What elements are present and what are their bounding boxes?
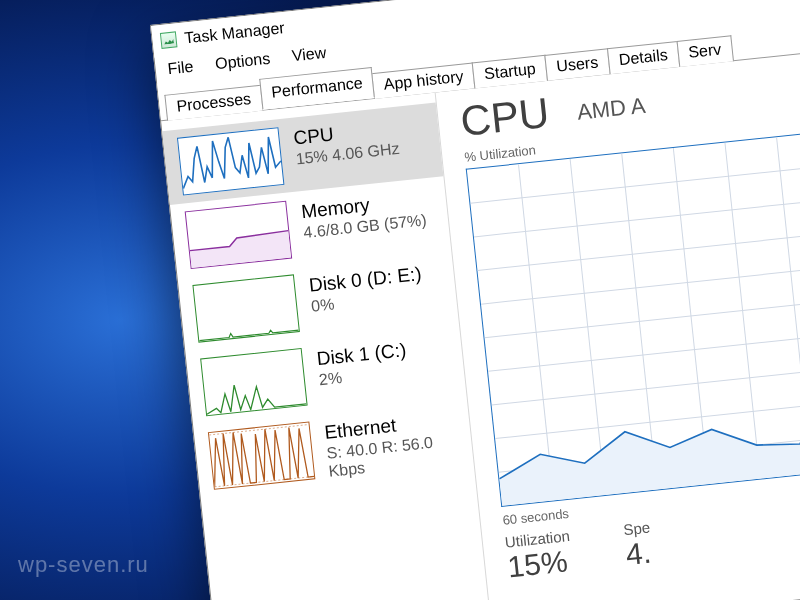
detail-cpu-model: AMD A (576, 93, 647, 126)
menu-file[interactable]: File (163, 55, 199, 80)
stat-speed: Spe 4. (623, 519, 655, 573)
performance-pane: CPU 15% 4.06 GHz Memory 4.6/8.0 GB (57%) (161, 35, 800, 600)
svg-line-1 (209, 425, 308, 435)
menu-view[interactable]: View (287, 41, 331, 67)
svg-line-5 (477, 216, 800, 270)
svg-marker-21 (490, 334, 800, 506)
stat-utilization: Utilization 15% (504, 527, 574, 585)
stat-utilization-value: 15% (506, 544, 574, 585)
ethernet-thumb-chart (208, 422, 316, 490)
disk1-thumb-chart (200, 348, 308, 416)
cpu-utilization-chart (466, 114, 800, 506)
svg-line-10 (495, 384, 800, 438)
taskmanager-icon (160, 31, 178, 49)
svg-line-13 (570, 159, 605, 495)
cpu-thumb-chart (177, 127, 285, 195)
disk0-thumb-chart (192, 274, 300, 342)
cpu-detail-pane: CPU AMD A % Utilization (436, 36, 800, 600)
window-title: Task Manager (184, 19, 286, 47)
detail-heading: CPU (458, 89, 551, 146)
svg-line-6 (481, 250, 800, 304)
task-manager-window: Task Manager File Options View Processes… (150, 0, 800, 600)
svg-line-16 (725, 143, 760, 479)
svg-line-12 (518, 164, 553, 500)
watermark-text: wp-seven.ru (18, 552, 149, 578)
stat-speed-value: 4. (624, 535, 654, 572)
memory-thumb-chart (185, 201, 293, 269)
